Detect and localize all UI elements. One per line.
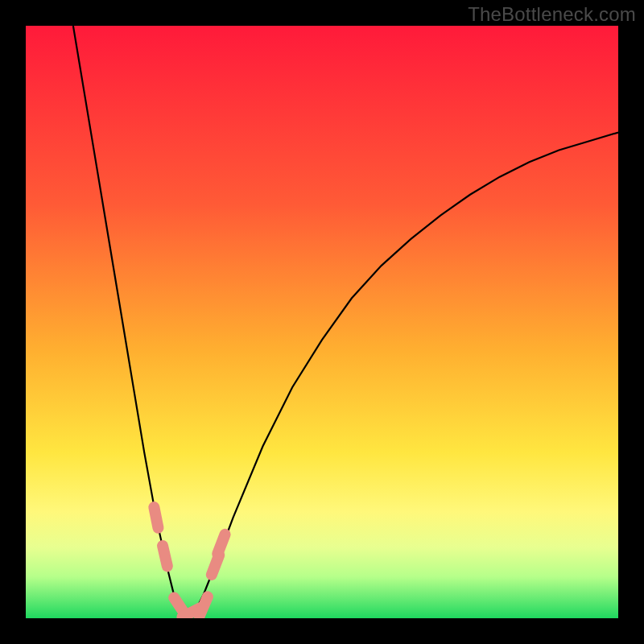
gradient-bg <box>26 26 618 618</box>
chart-frame: TheBottleneck.com <box>0 0 644 644</box>
marker-left-upper <box>154 507 158 528</box>
plot-area <box>26 26 618 618</box>
marker-left-lower <box>163 546 167 566</box>
watermark-text: TheBottleneck.com <box>468 3 636 26</box>
marker-right-upper <box>217 535 225 554</box>
chart-svg <box>26 26 618 618</box>
marker-bottom-c <box>200 597 208 616</box>
